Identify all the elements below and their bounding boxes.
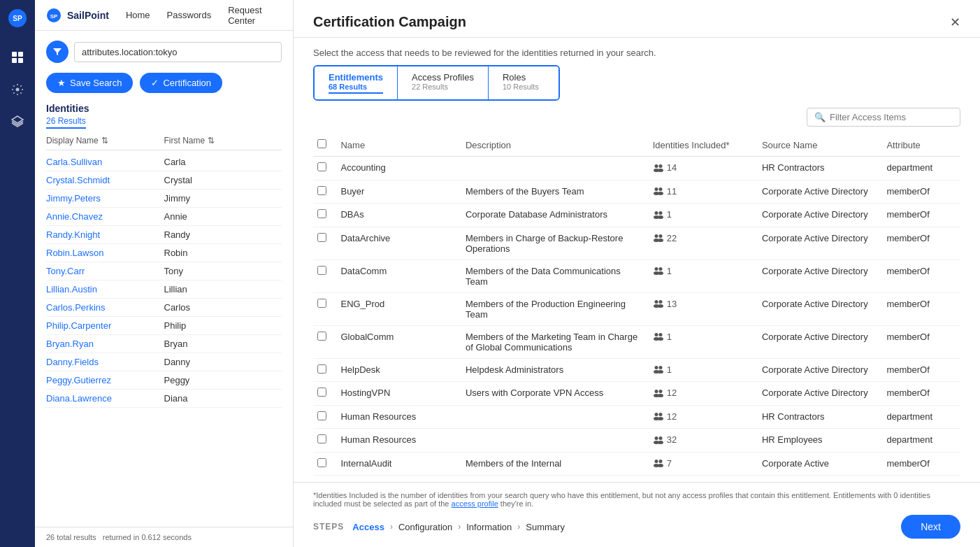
tab-entitlements[interactable]: Entitlements 68 Results [315,66,398,99]
identity-display-name[interactable]: Peggy.Gutierrez [46,375,164,385]
dashboard-icon[interactable] [8,48,27,67]
table-row: HostingVPN Users with Corporate VPN Acce… [313,382,960,406]
people-icon: 32 [653,434,677,445]
identity-first-name: Annie [164,211,282,222]
row-checkbox[interactable] [317,434,326,443]
logo-icon[interactable]: SP [8,8,27,28]
layers-icon[interactable] [8,112,27,132]
nav-request-center[interactable]: Request Center [228,5,282,26]
identity-first-name: Jimmy [164,193,282,204]
row-source: Corporate Active Directory [758,292,883,325]
identity-display-name[interactable]: Tony.Carr [46,266,164,276]
save-search-button[interactable]: ★ Save Search [46,73,133,93]
nav-passwords[interactable]: Passwords [167,10,212,20]
identity-display-name[interactable]: Jimmy.Peters [46,193,164,204]
sort-icon-first: ⇅ [208,136,215,145]
row-description [461,429,649,453]
people-icon: 1 [653,209,672,220]
row-checkbox[interactable] [317,332,326,341]
svg-point-9 [654,164,658,168]
identity-display-name[interactable]: Annie.Chavez [46,211,164,222]
identity-row: Jimmy.Peters Jimmy [46,190,282,208]
row-checkbox[interactable] [317,233,326,242]
settings-icon[interactable] [8,80,27,99]
identity-row: Crystal.Schmidt Crystal [46,171,282,190]
arrow-3: › [517,522,520,532]
row-checkbox[interactable] [317,266,326,275]
tabs-row: Entitlements 68 Results Access Profiles … [294,65,980,101]
filter-access-input[interactable] [830,112,953,122]
row-checkbox[interactable] [317,209,326,218]
step-summary[interactable]: Summary [526,522,565,532]
identity-first-name: Randy [164,229,282,240]
certification-button[interactable]: ✓ Certification [140,73,222,93]
row-checkbox[interactable] [317,458,326,467]
sailpoint-logo: SP SailPoint [46,8,109,23]
svg-point-53 [654,460,658,463]
identity-display-name[interactable]: Crystal.Schmidt [46,175,164,185]
close-button[interactable]: ✕ [950,15,960,30]
tab-access-profiles[interactable]: Access Profiles 22 Results [398,66,489,99]
identity-display-name[interactable]: Robin.Lawson [46,248,164,258]
table-row: Accounting 14 HR Contractors department [313,157,960,180]
identity-display-name[interactable]: Lillian.Austin [46,284,164,294]
identity-first-name: Danny [164,357,282,367]
svg-point-12 [658,169,663,172]
identity-first-name: Philip [164,320,282,331]
row-checkbox[interactable] [317,364,326,374]
identity-display-name[interactable]: Bryan.Ryan [46,339,164,349]
table-row: HelpDesk Helpdesk Administrators 1 Corpo… [313,358,960,382]
svg-point-41 [654,390,658,393]
row-identities: 22 [649,227,758,260]
tab-roles[interactable]: Roles 10 Results [489,66,559,99]
nav-home[interactable]: Home [126,10,150,20]
identities-section: Identities 26 Results Display Name ⇅ Fir… [35,103,293,527]
select-all-checkbox[interactable] [317,139,326,148]
svg-text:SP: SP [13,15,22,22]
row-checkbox[interactable] [317,186,326,195]
row-source: HR Employees [758,429,883,453]
identity-row: Bryan.Ryan Bryan [46,335,282,353]
access-profile-link[interactable]: access profile [452,499,498,508]
identity-row: Danny.Fields Danny [46,353,282,371]
row-name: DBAs [336,204,461,227]
search-input[interactable] [74,42,282,62]
row-identities: 32 [649,429,758,453]
svg-point-32 [658,304,663,308]
svg-point-11 [658,164,662,168]
row-attribute: memberOf [882,358,960,382]
filter-row: 🔍 [294,101,980,134]
table-row: InternalAudit Members of the Internal 7 … [313,452,960,476]
identity-display-name[interactable]: Carla.Sullivan [46,157,164,167]
row-checkbox[interactable] [317,299,326,308]
step-access[interactable]: Access [352,522,384,532]
filter-button[interactable] [46,41,69,63]
row-checkbox[interactable] [317,411,326,420]
row-identities: 13 [649,292,758,325]
identity-display-name[interactable]: Philip.Carpenter [46,320,164,331]
row-source: HR Contractors [758,405,883,429]
step-configuration[interactable]: Configuration [398,522,452,532]
row-checkbox[interactable] [317,162,326,171]
row-checkbox[interactable] [317,388,326,397]
identity-display-name[interactable]: Randy.Knight [46,229,164,240]
identity-row: Carlos.Perkins Carlos [46,299,282,317]
row-identities: 12 [649,405,758,429]
svg-point-43 [658,390,662,393]
identity-display-name[interactable]: Danny.Fields [46,357,164,367]
svg-point-16 [658,192,663,195]
identity-first-name: Crystal [164,175,282,185]
identity-first-name: Bryan [164,339,282,349]
row-checkbox-cell [313,204,336,227]
row-source: Corporate Active Directory [758,204,883,227]
svg-rect-5 [18,58,23,63]
row-identities: 11 [649,180,758,204]
table-row: Human Resources 32 HR Employees departme… [313,429,960,453]
next-button[interactable]: Next [901,515,960,539]
step-information[interactable]: Information [466,522,512,532]
identity-display-name[interactable]: Carlos.Perkins [46,302,164,313]
row-checkbox-cell [313,358,336,382]
identity-display-name[interactable]: Diana.Lawrence [46,393,164,404]
row-attribute: memberOf [882,204,960,227]
action-buttons: ★ Save Search ✓ Certification [35,73,293,103]
